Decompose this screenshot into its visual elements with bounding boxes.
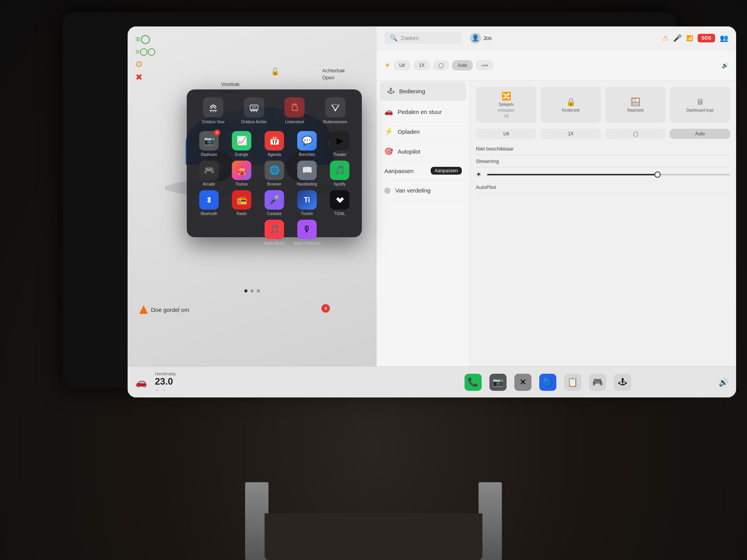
btn-arrow[interactable]: ⟹ xyxy=(476,60,493,70)
app-applemusic[interactable]: 🎵 Apple Music xyxy=(260,220,289,245)
taskbar-close[interactable]: ✕ xyxy=(514,374,531,391)
app-applepodcasts[interactable]: 🎙 Apple Podcasts xyxy=(293,220,321,245)
btn2-auto[interactable]: Auto xyxy=(670,129,730,139)
btn-auto[interactable]: Auto xyxy=(452,60,473,70)
browser-label: Browser xyxy=(267,182,282,186)
btn2-1x[interactable]: 1X xyxy=(540,129,601,139)
app-berichten[interactable]: 💬 Berichten xyxy=(293,131,321,157)
svg-rect-12 xyxy=(250,105,258,110)
app-tidal[interactable]: TIDAL xyxy=(325,190,354,216)
menu-aanpassen[interactable]: Aanpassen Aanpassen xyxy=(377,161,470,180)
btn-dashboard[interactable]: 🖥 Dashboard kopi xyxy=(670,87,730,123)
ontdooi-achter-label: Ontdooi Achter xyxy=(241,120,267,124)
menu-pedalen[interactable]: 🚗 Pedalen en stuur xyxy=(377,102,470,122)
edc-icon: ≡◯◯ xyxy=(135,47,155,56)
dots-indicator xyxy=(244,289,260,292)
btn-linkerstoel[interactable]: Linkerstoel xyxy=(276,97,314,124)
warning-label: Doe gordel om xyxy=(139,305,189,314)
app-arcade[interactable]: 🎮 Arcade xyxy=(195,161,223,186)
btn2-uit[interactable]: Uit xyxy=(476,129,537,139)
btn-spiegels[interactable]: 🔀 Spiegels inklappen Uit xyxy=(476,87,537,123)
app-bluetooth[interactable]: Bluetooth xyxy=(195,190,223,216)
bediening-icon: 🕹 xyxy=(388,87,395,95)
apps-row-last: 🎵 Apple Music 🎙 Apple Podcasts xyxy=(195,220,354,245)
kinderslot-icon: 🔒 xyxy=(566,97,576,107)
app-dashcam[interactable]: 📷 ✕ Dashcam xyxy=(195,131,223,157)
tpms-icon: ⊙ xyxy=(135,59,155,69)
ontdooi-voor-icon xyxy=(203,97,223,117)
app-energie[interactable]: 📈 Energie xyxy=(227,131,256,157)
btn-raamslot[interactable]: 🪟 Raamslot xyxy=(605,87,666,123)
app-toybox[interactable]: 🎪 Toybox xyxy=(227,161,256,186)
slider-row: ☀ xyxy=(476,168,730,181)
right-panel: 🔍 Zoeken 👤 Jos ⚠ 🎤 📶 SOS 👥 ☀ Uit xyxy=(377,26,736,397)
toybox-icon: 🎪 xyxy=(232,161,251,180)
btn2-mid[interactable]: ◯ xyxy=(605,129,666,139)
content-area: 🔀 Spiegels inklappen Uit 🔒 Kinderslot 🪟 … xyxy=(470,81,736,366)
applepodcasts-icon: 🎙 xyxy=(297,220,317,239)
warning-top-icon: ⚠ xyxy=(662,34,668,42)
sos-button[interactable]: SOS xyxy=(698,34,715,42)
app-browser[interactable]: 🌐 Browser xyxy=(260,161,289,186)
linkerstoel-label: Linkerstoel xyxy=(285,120,304,124)
taskbar-camera[interactable]: 📷 xyxy=(489,374,507,391)
temp-value: 23.0 xyxy=(155,376,175,387)
btn-ontdooi-voor[interactable]: Ontdooi Voor xyxy=(195,97,232,124)
spiegels-icon: 🔀 xyxy=(502,91,511,101)
verdeling-icon: ◎ xyxy=(384,186,391,194)
btn-kinderslot[interactable]: 🔒 Kinderslot xyxy=(540,87,601,123)
car-bottom-icon: 🚗 xyxy=(135,377,147,388)
app-overlay: Ontdooi Voor Ontdooi Achter xyxy=(187,89,362,237)
aanpassen-badge: Aanpassen xyxy=(431,167,462,175)
bottom-taskbar: 📞 📷 ✕ 🔵 📋 🎮 xyxy=(377,366,736,397)
taskbar-bluetooth[interactable]: 🔵 xyxy=(539,374,556,391)
taskbar-joystick[interactable]: 🕹 xyxy=(614,374,631,391)
second-controls-row: Uit 1X ◯ Auto xyxy=(476,129,730,139)
brightness-slider[interactable] xyxy=(487,174,730,175)
center-console xyxy=(265,513,482,560)
app-theater[interactable]: ▶ Theater xyxy=(325,131,354,157)
taskbar-phone[interactable]: 📞 xyxy=(465,374,482,391)
bluetooth-icon xyxy=(199,190,219,210)
dashcam-badge: ✕ xyxy=(214,130,220,136)
menu-autopilot[interactable]: 🎯 Autopilot xyxy=(377,142,470,161)
menu-bediening[interactable]: 🕹 Bediening xyxy=(380,82,466,101)
tidal-label: TIDAL xyxy=(334,212,345,216)
temp-label: Handmatig xyxy=(155,371,175,376)
spotify-icon: 🎵 xyxy=(330,161,349,180)
berichten-label: Berichten xyxy=(299,152,315,157)
text-row-2: Streaming xyxy=(476,155,730,168)
volume-icon: 🔊 xyxy=(722,62,728,68)
browser-icon: 🌐 xyxy=(265,161,284,180)
quick-controls-grid: 🔀 Spiegels inklappen Uit 🔒 Kinderslot 🪟 … xyxy=(476,87,730,123)
app-radio[interactable]: 📻 Radio xyxy=(227,190,256,216)
ontdooi-voor-label: Ontdooi Voor xyxy=(202,120,224,124)
dashcam-icon: 📷 ✕ xyxy=(199,131,219,150)
app-handleiding[interactable]: 📖 Handleiding xyxy=(293,161,321,186)
btn-1x[interactable]: 1X xyxy=(414,60,430,70)
bluetooth-label: Bluetooth xyxy=(201,212,217,216)
dashboard-icon: 🖥 xyxy=(696,98,704,107)
app-spotify[interactable]: 🎵 Spotify xyxy=(325,161,354,186)
search-bar[interactable]: 🔍 Zoeken xyxy=(384,32,462,44)
spotify-label: Spotify xyxy=(334,182,346,186)
taskbar-games[interactable]: 🎮 xyxy=(589,374,606,391)
btn-ontdooi-achter[interactable]: Ontdooi Achter xyxy=(235,97,273,124)
taskbar-notes[interactable]: 📋 xyxy=(564,374,581,391)
app-tunein[interactable]: Ti TuneIn xyxy=(293,190,321,216)
radio-icon: 📻 xyxy=(232,190,251,210)
btn-uit[interactable]: Uit xyxy=(394,60,410,70)
app-caraoke[interactable]: 🎤 Caraoke xyxy=(260,190,289,216)
menu-verdeling[interactable]: ◎ Van verdeling xyxy=(377,180,470,200)
toybox-label: Toybox xyxy=(235,182,248,186)
agenda-label: Agenda xyxy=(268,152,281,157)
theater-icon: ▶ xyxy=(330,131,349,150)
app-agenda[interactable]: 📅 Agenda xyxy=(260,131,289,157)
btn-mid[interactable]: ◯ xyxy=(433,60,449,70)
controls-row: ☀ Uit 1X ◯ Auto ⟹ 🔊 xyxy=(377,50,736,81)
btn-ruitenwissers[interactable]: Ruitenwissers xyxy=(317,97,354,124)
mic-icon: 🎤 xyxy=(673,34,682,42)
ruitenwissers-icon xyxy=(325,97,345,117)
menu-opladen[interactable]: ⚡ Opladen xyxy=(377,122,470,142)
applepodcasts-label: Apple Podcasts xyxy=(293,241,321,245)
